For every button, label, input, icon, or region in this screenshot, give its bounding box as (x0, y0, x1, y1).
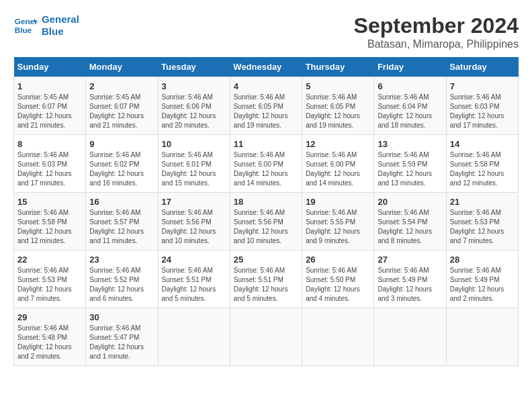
day-number: 20 (378, 197, 442, 207)
day-info: Sunrise: 5:46 AMSunset: 5:49 PMDaylight:… (378, 266, 442, 304)
day-number: 24 (162, 255, 226, 265)
day-info: Sunrise: 5:46 AMSunset: 6:05 PMDaylight:… (306, 93, 370, 130)
day-info: Sunrise: 5:46 AMSunset: 6:06 PMDaylight:… (162, 93, 226, 130)
table-row: 2Sunrise: 5:45 AMSunset: 6:07 PMDaylight… (86, 77, 158, 135)
day-number: 26 (306, 255, 370, 265)
day-info: Sunrise: 5:46 AMSunset: 5:55 PMDaylight:… (306, 208, 370, 246)
table-row: 6Sunrise: 5:46 AMSunset: 6:04 PMDaylight… (374, 77, 446, 135)
day-number: 11 (234, 139, 298, 149)
table-row: 20Sunrise: 5:46 AMSunset: 5:54 PMDayligh… (374, 193, 446, 250)
day-info: Sunrise: 5:46 AMSunset: 6:00 PMDaylight:… (306, 150, 370, 188)
calendar-header: Sunday Monday Tuesday Wednesday Thursday… (14, 57, 519, 77)
day-number: 8 (17, 139, 82, 149)
col-monday: Monday (86, 57, 158, 77)
calendar-week-row: 22Sunrise: 5:46 AMSunset: 5:53 PMDayligh… (14, 250, 519, 308)
day-info: Sunrise: 5:46 AMSunset: 5:56 PMDaylight:… (234, 208, 298, 246)
page-header: General Blue General Blue September 2024… (13, 13, 519, 50)
day-number: 19 (306, 197, 370, 207)
day-info: Sunrise: 5:46 AMSunset: 5:53 PMDaylight:… (17, 266, 82, 304)
table-row (302, 308, 374, 366)
col-saturday: Saturday (446, 57, 518, 77)
day-number: 21 (450, 197, 515, 207)
col-wednesday: Wednesday (230, 57, 302, 77)
logo-line1: General (42, 13, 79, 26)
calendar-subtitle: Batasan, Mimaropa, Philippines (354, 38, 519, 50)
day-number: 15 (17, 197, 82, 207)
day-number: 16 (89, 197, 154, 207)
header-row: Sunday Monday Tuesday Wednesday Thursday… (14, 57, 519, 77)
table-row: 24Sunrise: 5:46 AMSunset: 5:51 PMDayligh… (158, 250, 230, 308)
day-info: Sunrise: 5:46 AMSunset: 5:48 PMDaylight:… (17, 324, 82, 361)
day-number: 3 (162, 81, 226, 91)
col-sunday: Sunday (14, 57, 86, 77)
day-info: Sunrise: 5:46 AMSunset: 5:52 PMDaylight:… (89, 266, 154, 304)
table-row: 28Sunrise: 5:46 AMSunset: 5:49 PMDayligh… (446, 250, 518, 308)
table-row: 16Sunrise: 5:46 AMSunset: 5:57 PMDayligh… (86, 193, 158, 250)
day-number: 4 (234, 81, 298, 91)
day-number: 30 (89, 312, 154, 322)
day-info: Sunrise: 5:46 AMSunset: 5:58 PMDaylight:… (17, 208, 82, 246)
calendar-title: September 2024 (354, 13, 519, 38)
table-row: 4Sunrise: 5:46 AMSunset: 6:05 PMDaylight… (230, 77, 302, 135)
calendar-body: 1Sunrise: 5:45 AMSunset: 6:07 PMDaylight… (14, 77, 519, 366)
day-number: 12 (306, 139, 370, 149)
table-row: 14Sunrise: 5:46 AMSunset: 5:58 PMDayligh… (446, 135, 518, 193)
table-row: 27Sunrise: 5:46 AMSunset: 5:49 PMDayligh… (374, 250, 446, 308)
day-info: Sunrise: 5:46 AMSunset: 5:51 PMDaylight:… (162, 266, 226, 304)
table-row: 12Sunrise: 5:46 AMSunset: 6:00 PMDayligh… (302, 135, 374, 193)
table-row: 23Sunrise: 5:46 AMSunset: 5:52 PMDayligh… (86, 250, 158, 308)
day-number: 25 (234, 255, 298, 265)
calendar-week-row: 29Sunrise: 5:46 AMSunset: 5:48 PMDayligh… (14, 308, 519, 366)
day-info: Sunrise: 5:46 AMSunset: 5:59 PMDaylight:… (378, 150, 442, 188)
table-row (230, 308, 302, 366)
table-row: 8Sunrise: 5:46 AMSunset: 6:03 PMDaylight… (14, 135, 86, 193)
table-row: 13Sunrise: 5:46 AMSunset: 5:59 PMDayligh… (374, 135, 446, 193)
col-friday: Friday (374, 57, 446, 77)
day-number: 14 (450, 139, 515, 149)
day-info: Sunrise: 5:46 AMSunset: 6:02 PMDaylight:… (89, 150, 154, 188)
day-info: Sunrise: 5:46 AMSunset: 6:03 PMDaylight:… (17, 150, 82, 188)
day-info: Sunrise: 5:45 AMSunset: 6:07 PMDaylight:… (17, 93, 82, 130)
day-info: Sunrise: 5:46 AMSunset: 5:57 PMDaylight:… (89, 208, 154, 246)
day-info: Sunrise: 5:46 AMSunset: 5:53 PMDaylight:… (450, 208, 515, 246)
logo: General Blue General Blue (13, 13, 79, 38)
table-row: 10Sunrise: 5:46 AMSunset: 6:01 PMDayligh… (158, 135, 230, 193)
col-thursday: Thursday (302, 57, 374, 77)
day-info: Sunrise: 5:46 AMSunset: 5:58 PMDaylight:… (450, 150, 515, 188)
table-row: 17Sunrise: 5:46 AMSunset: 5:56 PMDayligh… (158, 193, 230, 250)
day-info: Sunrise: 5:46 AMSunset: 5:49 PMDaylight:… (450, 266, 515, 304)
day-number: 17 (162, 197, 226, 207)
table-row: 21Sunrise: 5:46 AMSunset: 5:53 PMDayligh… (446, 193, 518, 250)
table-row: 19Sunrise: 5:46 AMSunset: 5:55 PMDayligh… (302, 193, 374, 250)
logo-icon: General Blue (13, 13, 38, 38)
table-row: 7Sunrise: 5:46 AMSunset: 6:03 PMDaylight… (446, 77, 518, 135)
day-info: Sunrise: 5:46 AMSunset: 6:04 PMDaylight:… (378, 93, 442, 130)
table-row: 22Sunrise: 5:46 AMSunset: 5:53 PMDayligh… (14, 250, 86, 308)
table-row (374, 308, 446, 366)
table-row: 5Sunrise: 5:46 AMSunset: 6:05 PMDaylight… (302, 77, 374, 135)
table-row (158, 308, 230, 366)
day-number: 10 (162, 139, 226, 149)
calendar-week-row: 1Sunrise: 5:45 AMSunset: 6:07 PMDaylight… (14, 77, 519, 135)
day-info: Sunrise: 5:46 AMSunset: 5:50 PMDaylight:… (306, 266, 370, 304)
calendar-week-row: 8Sunrise: 5:46 AMSunset: 6:03 PMDaylight… (14, 135, 519, 193)
day-info: Sunrise: 5:46 AMSunset: 6:01 PMDaylight:… (162, 150, 226, 188)
day-number: 5 (306, 81, 370, 91)
table-row: 25Sunrise: 5:46 AMSunset: 5:51 PMDayligh… (230, 250, 302, 308)
day-number: 18 (234, 197, 298, 207)
table-row: 26Sunrise: 5:46 AMSunset: 5:50 PMDayligh… (302, 250, 374, 308)
table-row: 1Sunrise: 5:45 AMSunset: 6:07 PMDaylight… (14, 77, 86, 135)
day-info: Sunrise: 5:46 AMSunset: 5:47 PMDaylight:… (89, 324, 154, 361)
day-number: 7 (450, 81, 515, 91)
table-row: 3Sunrise: 5:46 AMSunset: 6:06 PMDaylight… (158, 77, 230, 135)
table-row: 29Sunrise: 5:46 AMSunset: 5:48 PMDayligh… (14, 308, 86, 366)
day-number: 28 (450, 255, 515, 265)
day-number: 23 (89, 255, 154, 265)
day-number: 2 (89, 81, 154, 91)
day-number: 29 (17, 312, 82, 322)
logo-line2: Blue (42, 26, 79, 38)
day-number: 9 (89, 139, 154, 149)
calendar-table: Sunday Monday Tuesday Wednesday Thursday… (13, 57, 519, 366)
day-number: 13 (378, 139, 442, 149)
day-info: Sunrise: 5:46 AMSunset: 6:00 PMDaylight:… (234, 150, 298, 188)
